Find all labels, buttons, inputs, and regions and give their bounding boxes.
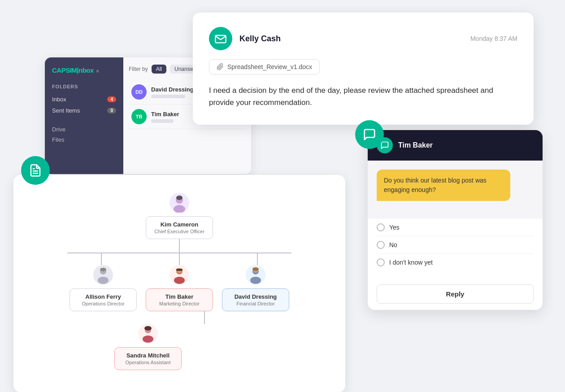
email-preview-line: [151, 95, 185, 98]
connector-h: [67, 253, 291, 253]
svg-point-27: [144, 326, 152, 331]
option-yes[interactable]: Yes: [377, 219, 534, 236]
email-card: Kelly Cash Monday 8:37 AM Spreadsheet_Re…: [193, 13, 534, 125]
david-box: David Dressing Financial Director: [222, 288, 289, 311]
david-avatar: [246, 265, 265, 285]
director-allison-node: Allison Ferry Operations Director: [70, 265, 137, 311]
reply-button[interactable]: Reply: [377, 284, 534, 304]
svg-point-10: [98, 277, 109, 284]
assistant-node: Sandra Mitchell Operations Assistant: [114, 324, 182, 370]
svg-point-20: [250, 277, 261, 284]
option-dontknow-label: I don't know yet: [389, 259, 433, 266]
attachment-name: Spreadsheet_Review_v1.docx: [227, 63, 312, 70]
chat-header: Tim Baker: [368, 130, 543, 161]
allison-name: Allison Ferry: [77, 293, 129, 300]
email-attachment[interactable]: Spreadsheet_Review_v1.docx: [209, 59, 320, 74]
assistant-node-wrapper: Sandra Mitchell Operations Assistant: [74, 324, 182, 370]
ceo-name: Kim Cameron: [153, 221, 205, 228]
chat-options: Yes No I don't know yet: [368, 219, 543, 278]
radio-no[interactable]: [377, 241, 385, 249]
radio-yes[interactable]: [377, 223, 385, 231]
tim-title: Marketing Director: [153, 301, 205, 306]
inbox-sidebar: CAPSIM|nbox ≡ Folders Inbox 4 Sent Items…: [45, 57, 123, 174]
tim-name: Tim Baker: [153, 293, 205, 300]
org-chart: Kim Cameron Chief Executive Officer: [27, 193, 332, 370]
ceo-box: Kim Cameron Chief Executive Officer: [146, 216, 213, 239]
svg-rect-17: [176, 269, 183, 271]
directors-row: Allison Ferry Operations Director Tim Ba…: [70, 265, 289, 311]
sandra-title: Operations Assistant: [122, 360, 174, 365]
chat-card: Tim Baker Do you think our latest blog p…: [368, 130, 543, 310]
email-sender: Kelly Cash: [239, 34, 281, 44]
document-float-icon: [21, 156, 50, 185]
david-name: David Dressing: [230, 293, 282, 300]
connector-to-assistant: [204, 311, 205, 324]
email-preview-line: [151, 119, 174, 123]
allison-title: Operations Director: [77, 301, 129, 306]
director-tim-node: Tim Baker Marketing Director: [146, 265, 213, 311]
chat-float-icon: [355, 120, 384, 149]
email-list-info: David Dressing: [151, 86, 194, 98]
email-list-info: Tim Baker: [151, 111, 179, 123]
svg-point-12: [100, 268, 106, 271]
avatar-tb: TB: [131, 109, 147, 124]
chat-body: Do you think our latest blog post was en…: [368, 161, 543, 219]
ceo-node: Kim Cameron Chief Executive Officer: [146, 193, 213, 239]
ceo-avatar: [170, 193, 189, 213]
connector-v-ceo: [179, 239, 180, 253]
attachment-icon: [217, 63, 224, 70]
email-list-name: Tim Baker: [151, 111, 179, 118]
sandra-avatar: [138, 324, 158, 344]
svg-point-15: [174, 277, 185, 284]
chat-sender-name: Tim Baker: [398, 141, 433, 149]
ceo-title: Chief Executive Officer: [153, 229, 205, 234]
sent-badge: 0: [107, 108, 116, 113]
allison-avatar: [93, 265, 113, 285]
svg-point-25: [143, 335, 153, 343]
sent-folder-name: Sent Items: [52, 107, 80, 114]
inbox-logo: CAPSIM|nbox ≡: [52, 66, 116, 74]
option-no-label: No: [389, 241, 397, 248]
email-header: Kelly Cash Monday 8:37 AM: [209, 27, 517, 50]
option-yes-label: Yes: [389, 224, 400, 231]
inbox-folder-item[interactable]: Inbox 4: [52, 94, 116, 105]
connector-down-left: [101, 253, 102, 265]
avatar-dd: DD: [131, 84, 147, 100]
sandra-name: Sandra Mitchell: [122, 352, 174, 359]
org-chart-card: Kim Cameron Chief Executive Officer: [13, 175, 345, 392]
email-body: I need a decision by the end of the day,…: [209, 84, 517, 109]
sent-folder-item[interactable]: Sent Items 0: [52, 105, 116, 116]
radio-dontknow[interactable]: [377, 258, 385, 266]
inbox-badge: 4: [107, 96, 116, 102]
svg-point-7: [176, 196, 183, 200]
option-dontknow[interactable]: I don't know yet: [377, 254, 534, 271]
inbox-folder-name: Inbox: [52, 96, 66, 103]
connector-down-mid: [179, 253, 180, 265]
director-david-node: David Dressing Financial Director: [222, 265, 289, 311]
chat-bubble: Do you think our latest blog post was en…: [377, 170, 510, 201]
drive-section: Drive Files: [52, 124, 116, 145]
chat-bubble-icon: [363, 128, 376, 141]
option-no[interactable]: No: [377, 236, 534, 254]
email-open-icon: [209, 27, 232, 50]
tim-box: Tim Baker Marketing Director: [146, 288, 213, 311]
filter-label: Filter by: [129, 66, 148, 72]
email-timestamp: Monday 8:37 AM: [470, 35, 517, 42]
files-item[interactable]: Files: [52, 135, 116, 145]
svg-point-22: [252, 267, 259, 271]
david-title: Financial Director: [230, 301, 282, 306]
allison-box: Allison Ferry Operations Director: [70, 288, 137, 311]
drive-item[interactable]: Drive: [52, 124, 116, 135]
folders-label: Folders: [52, 84, 116, 89]
email-list-name: David Dressing: [151, 86, 194, 93]
sandra-box: Sandra Mitchell Operations Assistant: [114, 347, 182, 370]
tim-avatar: [170, 265, 189, 285]
filter-all-btn[interactable]: All: [152, 65, 166, 74]
connector-down-right: [257, 253, 258, 265]
